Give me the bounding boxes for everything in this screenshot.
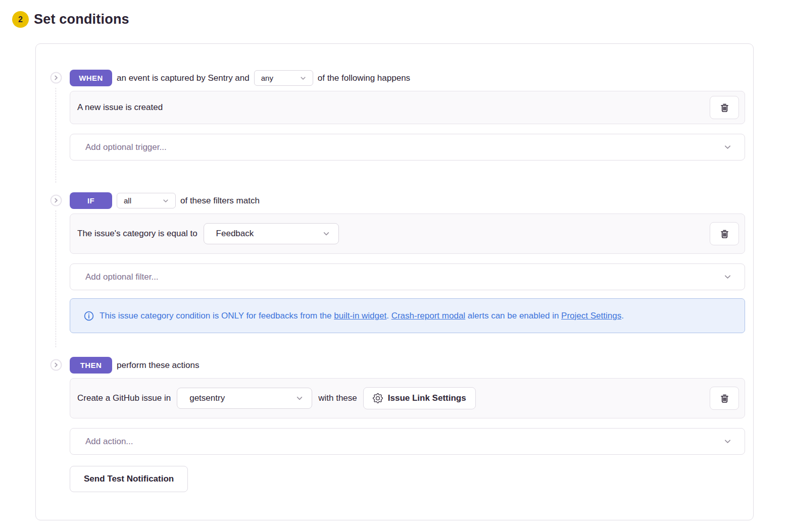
when-match-select[interactable]: any — [254, 70, 313, 86]
if-filter-row: The issue's category is equal to Feedbac… — [70, 214, 745, 254]
chevron-down-icon — [723, 273, 732, 281]
action-rule-text: Create a GitHub issue in — [77, 393, 171, 403]
chevron-down-icon — [300, 75, 307, 82]
if-step: IF all of these filters match The issue'… — [50, 192, 745, 333]
page-header: 2 Set conditions — [12, 11, 788, 28]
when-text-before: an event is captured by Sentry and — [117, 73, 250, 83]
if-match-select-value: all — [124, 196, 131, 205]
send-test-notification-button[interactable]: Send Test Notification — [70, 466, 188, 492]
chevron-right-circle-icon[interactable] — [50, 194, 62, 206]
add-filter-placeholder: Add optional filter... — [85, 272, 159, 282]
notice-segment: This issue category condition is ONLY fo… — [100, 311, 334, 321]
delete-action-button[interactable] — [710, 387, 739, 410]
issue-category-select-value: Feedback — [216, 229, 254, 239]
if-label-row: IF all of these filters match — [70, 192, 745, 209]
trash-icon — [720, 102, 729, 113]
issue-category-select[interactable]: Feedback — [204, 223, 339, 244]
crash-report-modal-link[interactable]: Crash-report modal — [391, 311, 465, 321]
then-action-row: Create a GitHub issue in getsentry with … — [70, 378, 745, 418]
when-gutter — [50, 70, 62, 169]
notice-segment: . — [621, 311, 624, 321]
then-gutter — [50, 357, 62, 492]
when-rule-row: A new issue is created — [70, 91, 745, 124]
github-repo-select[interactable]: getsentry — [177, 388, 312, 409]
when-match-select-value: any — [261, 74, 273, 82]
chevron-down-icon — [296, 394, 304, 402]
issue-link-settings-button[interactable]: Issue Link Settings — [363, 387, 476, 409]
step-number-badge: 2 — [12, 11, 29, 28]
trash-icon — [720, 393, 729, 404]
chevron-down-icon — [162, 197, 169, 204]
notice-text: This issue category condition is ONLY fo… — [100, 308, 624, 323]
then-step: THEN perform these actions Create a GitH… — [50, 357, 745, 492]
add-trigger-placeholder: Add optional trigger... — [85, 142, 167, 152]
when-badge: WHEN — [70, 70, 112, 86]
add-optional-filter-dropdown[interactable]: Add optional filter... — [70, 263, 745, 290]
feedback-notice-alert: This issue category condition is ONLY fo… — [70, 298, 745, 333]
when-label-row: WHEN an event is captured by Sentry and … — [70, 70, 745, 86]
notice-segment: alerts can be enabled in — [465, 311, 561, 321]
step-connector-line — [56, 210, 56, 347]
then-text-after: perform these actions — [117, 360, 199, 370]
chevron-right-circle-icon[interactable] — [50, 72, 62, 84]
then-badge: THEN — [70, 357, 112, 374]
if-match-select[interactable]: all — [117, 193, 176, 208]
project-settings-link[interactable]: Project Settings — [561, 311, 621, 321]
delete-trigger-button[interactable] — [710, 96, 739, 119]
if-text-after: of these filters match — [180, 196, 260, 206]
add-action-placeholder: Add action... — [85, 437, 133, 447]
chevron-down-icon — [723, 437, 732, 446]
then-label-row: THEN perform these actions — [70, 357, 745, 374]
issue-link-settings-label: Issue Link Settings — [388, 393, 466, 403]
step-connector-line — [56, 88, 56, 183]
chevron-down-icon — [322, 230, 330, 238]
built-in-widget-link[interactable]: built-in widget — [334, 311, 386, 321]
gear-icon — [373, 393, 383, 403]
set-conditions-page: 2 Set conditions WHEN an event is captur… — [0, 0, 788, 520]
page-title: Set conditions — [34, 12, 129, 27]
action-rule-middle-text: with these — [318, 393, 357, 403]
chevron-down-icon — [723, 143, 732, 151]
if-gutter — [50, 192, 62, 333]
delete-filter-button[interactable] — [710, 222, 739, 245]
when-rule-text: A new issue is created — [77, 102, 163, 113]
filter-rule-text: The issue's category is equal to — [77, 229, 198, 239]
if-badge: IF — [70, 192, 112, 209]
notice-segment: . — [386, 311, 391, 321]
chevron-right-circle-icon[interactable] — [50, 359, 62, 371]
trash-icon — [720, 229, 729, 239]
conditions-card: WHEN an event is captured by Sentry and … — [35, 43, 754, 520]
info-icon — [84, 311, 94, 321]
when-step: WHEN an event is captured by Sentry and … — [50, 70, 745, 169]
add-action-dropdown[interactable]: Add action... — [70, 428, 745, 455]
when-text-after: of the following happens — [318, 73, 410, 83]
github-repo-select-value: getsentry — [189, 393, 225, 403]
add-optional-trigger-dropdown[interactable]: Add optional trigger... — [70, 134, 745, 161]
